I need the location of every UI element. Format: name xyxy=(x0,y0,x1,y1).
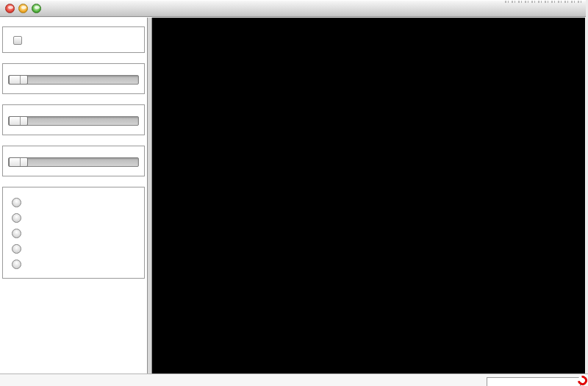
threshold-slider[interactable] xyxy=(8,75,139,85)
radio-icon[interactable] xyxy=(12,198,21,207)
panel-element-display-threshold xyxy=(2,63,145,94)
render-viewport[interactable] xyxy=(152,18,585,374)
background-window-box xyxy=(487,377,581,386)
screen xyxy=(0,0,588,386)
radio-icon[interactable] xyxy=(12,229,21,238)
threshold-value xyxy=(7,72,140,74)
percent-visible-slider[interactable] xyxy=(8,157,139,167)
window-titlebar[interactable] xyxy=(0,0,586,17)
slider-thumb[interactable] xyxy=(9,157,28,167)
slider-thumb[interactable] xyxy=(9,75,28,85)
close-button[interactable] xyxy=(5,4,15,13)
element-size-slider[interactable] xyxy=(8,116,139,126)
radio-edge-ratio[interactable] xyxy=(7,195,140,210)
radio-icon[interactable] xyxy=(12,244,21,254)
percent-visible-value xyxy=(7,154,140,157)
radio-jacobian[interactable] xyxy=(7,226,140,241)
radio-icon[interactable] xyxy=(12,213,21,223)
zoom-button[interactable] xyxy=(32,4,41,13)
show-mesh-outline-checkbox[interactable] xyxy=(13,36,22,45)
sidebar xyxy=(0,18,147,374)
mesh-render[interactable] xyxy=(152,18,585,374)
panel-element-properties xyxy=(2,104,145,135)
radio-icon[interactable] xyxy=(12,260,21,269)
element-size-value xyxy=(7,113,140,115)
panel-quality-metric xyxy=(2,187,145,279)
radio-frobenius[interactable] xyxy=(7,241,140,257)
background-window-artifact xyxy=(505,1,584,3)
sidebar-splitter[interactable] xyxy=(147,18,152,374)
radio-shape[interactable] xyxy=(7,210,140,226)
slider-thumb[interactable] xyxy=(9,116,28,126)
panel-outline-display xyxy=(2,26,145,53)
panel-element-opacity xyxy=(2,146,145,176)
desktop-strip xyxy=(0,374,588,386)
minimize-button[interactable] xyxy=(18,4,28,13)
traffic-lights xyxy=(5,4,41,13)
radio-volume[interactable] xyxy=(7,257,140,272)
